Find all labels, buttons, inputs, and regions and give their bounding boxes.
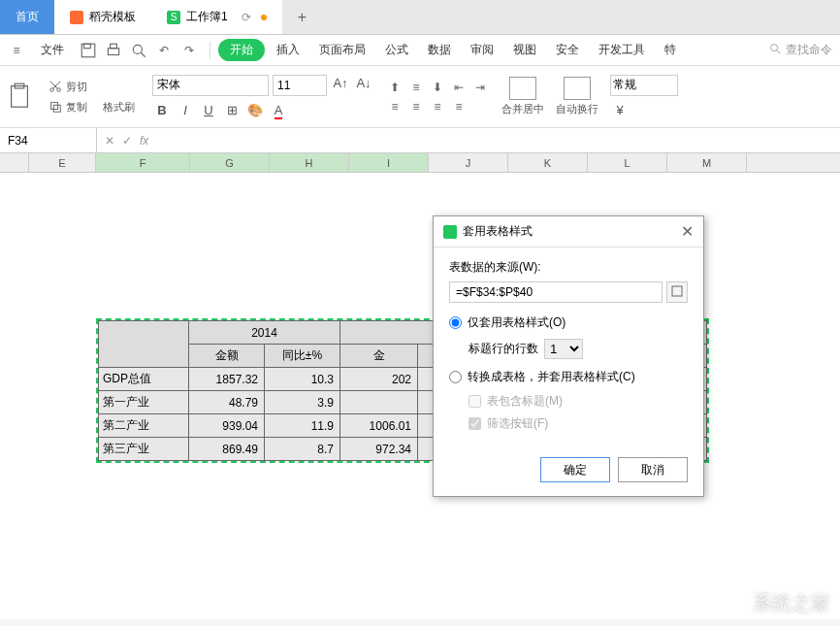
cell-reference-box[interactable]: F34	[0, 128, 97, 152]
has-header-checkbox	[468, 395, 481, 408]
col-header-h[interactable]: H	[270, 153, 349, 172]
merge-center-button[interactable]: 合并居中	[501, 77, 544, 116]
source-input[interactable]	[449, 281, 662, 303]
indent-right-icon[interactable]: ⇥	[470, 79, 490, 96]
range-picker-button[interactable]	[666, 281, 688, 303]
cell: 11.9	[265, 414, 340, 438]
indent-left-icon[interactable]: ⇤	[449, 79, 468, 96]
house-icon	[716, 589, 747, 616]
redo-icon[interactable]: ↷	[180, 42, 198, 59]
data-tab[interactable]: 数据	[420, 38, 459, 62]
preview-icon[interactable]	[130, 42, 147, 59]
paste-icon[interactable]	[8, 83, 31, 111]
decrease-font-button[interactable]: A↓	[354, 75, 373, 92]
underline-button[interactable]: U	[199, 102, 218, 119]
wrap-label: 自动换行	[556, 102, 598, 116]
align-right-icon[interactable]: ≡	[428, 98, 447, 115]
align-left-icon[interactable]: ≡	[385, 98, 404, 115]
year-header: 2014	[189, 321, 340, 345]
dev-tools-tab[interactable]: 开发工具	[591, 38, 653, 62]
align-top-icon[interactable]: ⬆	[385, 79, 404, 96]
header-rows-select[interactable]: 1	[544, 339, 583, 359]
merge-icon	[509, 77, 536, 100]
new-tab-button[interactable]: +	[282, 9, 322, 26]
bold-button[interactable]: B	[152, 102, 172, 119]
watermark: 系统之家	[716, 589, 830, 616]
cell: 8.7	[265, 438, 340, 461]
start-tab[interactable]: 开始	[218, 39, 265, 61]
col-header-f[interactable]: F	[96, 153, 190, 172]
align-justify-icon[interactable]: ≡	[449, 98, 468, 115]
col-header-g[interactable]: G	[190, 153, 270, 172]
cancel-button[interactable]: 取消	[618, 457, 688, 482]
svg-line-5	[141, 52, 145, 57]
fill-color-button[interactable]: 🎨	[245, 102, 265, 119]
increase-font-button[interactable]: A↑	[331, 75, 350, 92]
print-icon[interactable]	[105, 42, 122, 59]
col-header-e[interactable]: E	[29, 153, 96, 172]
svg-rect-2	[108, 48, 118, 54]
svg-rect-15	[53, 105, 60, 112]
number-format-select[interactable]	[610, 75, 678, 96]
accept-formula-icon[interactable]: ✓	[122, 134, 132, 148]
formula-input[interactable]	[156, 128, 840, 152]
fx-icon[interactable]: fx	[140, 134, 148, 148]
font-size-select[interactable]	[273, 75, 327, 96]
table-style-dialog: 套用表格样式 ✕ 表数据的来源(W): 仅套用表格样式(O) 标题行的行数 1 …	[433, 215, 704, 497]
spreadsheet-icon	[443, 225, 457, 239]
italic-button[interactable]: I	[176, 102, 195, 119]
tab-workbook[interactable]: S 工作簿1 ⟳	[151, 0, 282, 34]
svg-point-4	[133, 45, 142, 53]
menu-bar: ≡ 文件 ↶ ↷ 开始 插入 页面布局 公式 数据 审阅 视图 安全 开发工具 …	[0, 35, 840, 66]
tab-home[interactable]: 首页	[0, 0, 54, 34]
close-icon[interactable]: ✕	[681, 222, 694, 241]
menu-icon[interactable]: ≡	[8, 42, 25, 59]
dialog-titlebar[interactable]: 套用表格样式 ✕	[434, 216, 703, 247]
cancel-formula-icon[interactable]: ✕	[105, 134, 114, 148]
cell: 202	[340, 368, 418, 391]
auto-wrap-button[interactable]: 自动换行	[556, 77, 598, 116]
formula-tab[interactable]: 公式	[377, 38, 416, 62]
sub-header: 金额	[189, 345, 265, 368]
align-middle-icon[interactable]: ≡	[406, 79, 426, 96]
cut-button[interactable]: 剪切	[43, 78, 141, 96]
col-header-i[interactable]: I	[349, 153, 429, 172]
command-search[interactable]: 查找命令	[768, 42, 832, 58]
style-only-radio[interactable]	[449, 316, 462, 329]
col-header-m[interactable]: M	[667, 153, 747, 172]
col-header-k[interactable]: K	[508, 153, 588, 172]
tab-template[interactable]: 稻壳模板	[54, 0, 151, 34]
security-tab[interactable]: 安全	[548, 38, 587, 62]
convert-radio[interactable]	[449, 371, 462, 383]
undo-icon[interactable]: ↶	[155, 42, 173, 59]
review-tab[interactable]: 审阅	[463, 38, 501, 62]
svg-rect-1	[84, 44, 91, 49]
row-label: 第三产业	[99, 438, 189, 461]
view-tab[interactable]: 视图	[505, 38, 544, 62]
sheet-grid[interactable]: 2014 业 增值 2 金额 同比±% 金 同比±% 金额 GDP总值 1857…	[0, 173, 840, 619]
reload-icon[interactable]: ⟳	[242, 11, 251, 24]
special-tab[interactable]: 特	[657, 38, 684, 62]
currency-button[interactable]: ¥	[610, 102, 630, 119]
format-painter-button[interactable]: 格式刷	[97, 98, 141, 116]
sub-header: 金	[340, 345, 418, 368]
row-label: GDP总值	[99, 368, 189, 391]
cell: 1006.01	[340, 414, 418, 438]
svg-line-7	[777, 50, 781, 54]
save-icon[interactable]	[80, 42, 97, 59]
border-button[interactable]: ⊞	[222, 102, 242, 119]
file-menu[interactable]: 文件	[33, 38, 72, 62]
copy-button[interactable]: 复制	[43, 98, 93, 116]
cell-ref-value: F34	[8, 134, 28, 148]
insert-tab[interactable]: 插入	[269, 38, 307, 62]
ok-button[interactable]: 确定	[540, 457, 610, 482]
select-all-corner[interactable]	[0, 153, 29, 172]
col-header-j[interactable]: J	[429, 153, 508, 172]
font-name-select[interactable]	[152, 75, 269, 96]
page-layout-tab[interactable]: 页面布局	[311, 38, 373, 62]
col-header-l[interactable]: L	[588, 153, 667, 172]
row-label: 第二产业	[99, 414, 189, 438]
font-color-button[interactable]: A	[269, 102, 288, 119]
align-bottom-icon[interactable]: ⬇	[428, 79, 447, 96]
align-center-icon[interactable]: ≡	[406, 98, 426, 115]
